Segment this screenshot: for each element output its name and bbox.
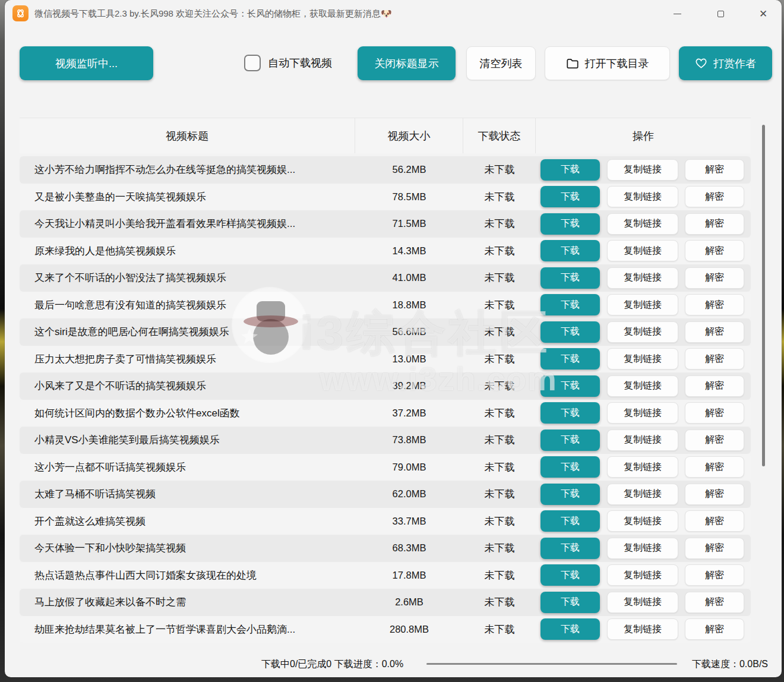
download-button[interactable]: 下载 bbox=[540, 294, 600, 315]
table-row: 劫匪来抢劫结果莫名被上了一节哲学课喜剧大会小品鹅滴...280.8MB未下载下载… bbox=[20, 616, 751, 643]
video-title: 如何统计区间内的数据个数办公软件excel函数 bbox=[20, 406, 355, 420]
download-button[interactable]: 下载 bbox=[540, 510, 600, 532]
table-row: 原来绿我的人是他搞笑视频娱乐14.3MB未下载下载复制链接解密 bbox=[20, 238, 751, 265]
video-size: 13.0MB bbox=[355, 353, 463, 365]
vertical-scrollbar[interactable] bbox=[762, 125, 765, 466]
download-button[interactable]: 下载 bbox=[540, 430, 600, 451]
download-button[interactable]: 下载 bbox=[540, 402, 600, 424]
copy-link-button[interactable]: 复制链接 bbox=[607, 510, 678, 532]
download-button[interactable]: 下载 bbox=[540, 484, 600, 505]
table-row: 如何统计区间内的数据个数办公软件excel函数37.2MB未下载下载复制链接解密 bbox=[20, 400, 751, 427]
row-actions: 下载复制链接解密 bbox=[536, 186, 751, 207]
video-size: 73.8MB bbox=[355, 434, 463, 446]
copy-link-button[interactable]: 复制链接 bbox=[607, 375, 678, 397]
download-button[interactable]: 下载 bbox=[540, 375, 600, 397]
table-row: 今天体验一下和小快吵架搞笑视频68.3MB未下载下载复制链接解密 bbox=[20, 535, 751, 562]
decrypt-button[interactable]: 解密 bbox=[685, 321, 744, 343]
table-row: 今天我让小精灵叫小美给我开盖看看效果咋样搞笑视频娱...71.5MB未下载下载复… bbox=[20, 210, 751, 238]
video-title: 这个siri是故意的吧居心何在啊搞笑视频娱乐 bbox=[20, 325, 355, 339]
wechat-channels-icon bbox=[15, 8, 26, 19]
decrypt-button[interactable]: 解密 bbox=[685, 240, 744, 261]
decrypt-button[interactable]: 解密 bbox=[685, 430, 744, 451]
copy-link-button[interactable]: 复制链接 bbox=[607, 267, 678, 289]
download-button[interactable]: 下载 bbox=[540, 456, 600, 478]
copy-link-button[interactable]: 复制链接 bbox=[607, 538, 678, 559]
header-video-size: 视频大小 bbox=[355, 118, 463, 153]
decrypt-button[interactable]: 解密 bbox=[685, 402, 744, 424]
download-status: 未下载 bbox=[463, 541, 536, 555]
copy-link-button[interactable]: 复制链接 bbox=[607, 618, 678, 640]
table-row: 这小芳一点都不听话搞笑视频娱乐79.0MB未下载下载复制链接解密 bbox=[20, 454, 751, 481]
download-button[interactable]: 下载 bbox=[540, 592, 600, 613]
download-button[interactable]: 下载 bbox=[540, 538, 600, 559]
video-size: 71.5MB bbox=[355, 218, 463, 229]
table-row: 又是被小美整蛊的一天唉搞笑视频娱乐78.5MB未下载下载复制链接解密 bbox=[20, 184, 751, 211]
table-row: 开个盖就这么难搞笑视频33.7MB未下载下载复制链接解密 bbox=[20, 508, 751, 535]
header-actions: 操作 bbox=[536, 118, 751, 153]
decrypt-button[interactable]: 解密 bbox=[685, 159, 744, 181]
download-button[interactable]: 下载 bbox=[540, 564, 600, 586]
copy-link-button[interactable]: 复制链接 bbox=[607, 564, 678, 586]
video-title: 今天我让小精灵叫小美给我开盖看看效果咋样搞笑视频娱... bbox=[20, 217, 355, 231]
video-listen-button[interactable]: 视频监听中... bbox=[20, 46, 153, 80]
download-status: 未下载 bbox=[463, 190, 536, 204]
close-title-display-button[interactable]: 关闭标题显示 bbox=[358, 46, 456, 80]
download-status: 未下载 bbox=[463, 487, 536, 501]
download-button[interactable]: 下载 bbox=[540, 159, 600, 181]
row-actions: 下载复制链接解密 bbox=[536, 618, 751, 640]
row-actions: 下载复制链接解密 bbox=[536, 267, 751, 289]
row-actions: 下载复制链接解密 bbox=[536, 294, 751, 315]
copy-link-button[interactable]: 复制链接 bbox=[607, 456, 678, 478]
copy-link-button[interactable]: 复制链接 bbox=[607, 592, 678, 613]
decrypt-button[interactable]: 解密 bbox=[685, 375, 744, 397]
download-status: 未下载 bbox=[463, 569, 536, 582]
minimize-button[interactable] bbox=[665, 0, 689, 27]
download-button[interactable]: 下载 bbox=[540, 186, 600, 207]
row-actions: 下载复制链接解密 bbox=[536, 564, 751, 586]
video-size: 79.0MB bbox=[355, 462, 463, 473]
video-title: 这小芳一点都不听话搞笑视频娱乐 bbox=[20, 460, 355, 474]
copy-link-button[interactable]: 复制链接 bbox=[607, 213, 678, 235]
decrypt-button[interactable]: 解密 bbox=[685, 348, 744, 370]
copy-link-button[interactable]: 复制链接 bbox=[607, 402, 678, 424]
open-download-dir-button[interactable]: 打开下载目录 bbox=[545, 46, 670, 80]
download-button[interactable]: 下载 bbox=[540, 321, 600, 343]
copy-link-button[interactable]: 复制链接 bbox=[607, 294, 678, 315]
decrypt-button[interactable]: 解密 bbox=[685, 213, 744, 235]
decrypt-button[interactable]: 解密 bbox=[685, 510, 744, 532]
decrypt-button[interactable]: 解密 bbox=[685, 484, 744, 505]
decrypt-button[interactable]: 解密 bbox=[685, 618, 744, 640]
copy-link-button[interactable]: 复制链接 bbox=[607, 240, 678, 261]
video-title: 这小芳不给力啊指挥不动怎么办在线等挺急的搞笑视频娱... bbox=[20, 163, 355, 176]
decrypt-button[interactable]: 解密 bbox=[685, 186, 744, 207]
copy-link-button[interactable]: 复制链接 bbox=[607, 186, 678, 207]
download-button[interactable]: 下载 bbox=[540, 267, 600, 289]
video-size: 18.8MB bbox=[355, 299, 463, 311]
donate-label: 打赏作者 bbox=[713, 56, 756, 71]
download-button[interactable]: 下载 bbox=[540, 240, 600, 261]
row-actions: 下载复制链接解密 bbox=[536, 592, 751, 613]
download-button[interactable]: 下载 bbox=[540, 618, 600, 640]
copy-link-button[interactable]: 复制链接 bbox=[607, 484, 678, 505]
decrypt-button[interactable]: 解密 bbox=[685, 456, 744, 478]
maximize-button[interactable] bbox=[709, 0, 732, 27]
decrypt-button[interactable]: 解密 bbox=[685, 564, 744, 586]
copy-link-button[interactable]: 复制链接 bbox=[607, 159, 678, 181]
copy-link-button[interactable]: 复制链接 bbox=[607, 430, 678, 451]
decrypt-button[interactable]: 解密 bbox=[685, 294, 744, 315]
copy-link-button[interactable]: 复制链接 bbox=[607, 348, 678, 370]
clear-list-button[interactable]: 清空列表 bbox=[466, 46, 536, 80]
table-row: 又来了个不听话的小智没法了搞笑视频娱乐41.0MB未下载下载复制链接解密 bbox=[20, 264, 751, 292]
download-button[interactable]: 下载 bbox=[540, 348, 600, 370]
download-status: 未下载 bbox=[463, 433, 536, 447]
download-progress-text: 下载中0/已完成0 下载进度：0.0% bbox=[261, 651, 403, 677]
copy-link-button[interactable]: 复制链接 bbox=[607, 321, 678, 343]
decrypt-button[interactable]: 解密 bbox=[685, 592, 744, 613]
decrypt-button[interactable]: 解密 bbox=[685, 538, 744, 559]
video-size: 37.2MB bbox=[355, 408, 463, 419]
donate-button[interactable]: 打赏作者 bbox=[679, 46, 772, 80]
download-button[interactable]: 下载 bbox=[540, 213, 600, 235]
decrypt-button[interactable]: 解密 bbox=[685, 267, 744, 289]
auto-download-checkbox[interactable] bbox=[244, 55, 261, 71]
close-button[interactable]: ✕ bbox=[751, 0, 775, 27]
